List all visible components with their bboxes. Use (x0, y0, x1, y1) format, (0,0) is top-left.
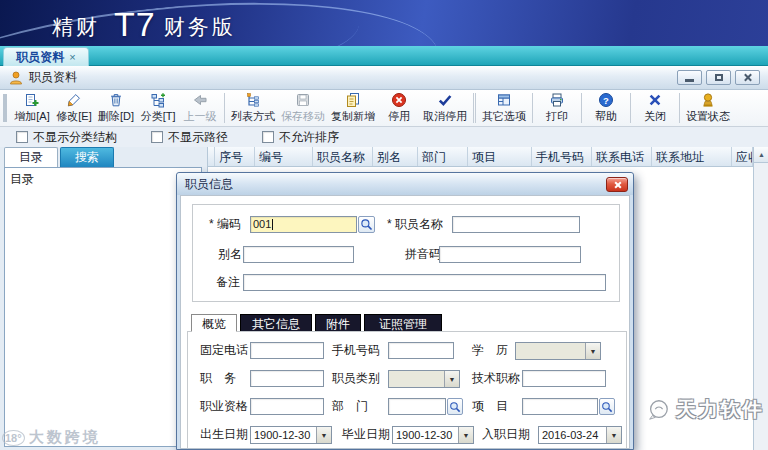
tab-other-info[interactable]: 其它信息 (240, 314, 312, 332)
name-input[interactable] (452, 216, 580, 233)
phone-input[interactable] (250, 342, 324, 359)
project-input[interactable] (522, 398, 598, 415)
code-lookup-button[interactable] (358, 216, 375, 233)
help-icon: ? (598, 92, 614, 108)
column-header-dept[interactable]: 部门 (418, 147, 468, 166)
code-label: * 编码 (209, 216, 241, 233)
brand-name: 精财 (52, 13, 100, 41)
copy-new-button[interactable]: 复制新增 (328, 91, 378, 125)
checkbox[interactable] (16, 131, 28, 143)
cancel-stop-button[interactable]: 取消停用 (420, 91, 470, 125)
up-level-button[interactable]: 上一级 (179, 91, 221, 125)
document-tabstrip: 职员资料 × (0, 46, 768, 66)
column-header-seq[interactable]: 序号 (215, 147, 255, 166)
tab-employee-data[interactable]: 职员资料 × (3, 47, 89, 66)
toolbar-grip[interactable] (3, 94, 7, 122)
save-move-button[interactable]: 保存移动 (278, 91, 328, 125)
department-input[interactable] (388, 398, 446, 415)
help-button[interactable]: ? 帮助 (585, 91, 627, 125)
phone-label: 固定电话 (200, 342, 248, 359)
code-input[interactable]: 001 (250, 216, 357, 233)
dropdown-button[interactable]: ▼ (458, 427, 473, 443)
birth-date-combo[interactable]: 1900-12-30 ▼ (250, 426, 332, 444)
category-dropdown[interactable]: ▼ (388, 370, 460, 388)
column-header-phone[interactable]: 联系电话 (592, 147, 652, 166)
stop-button[interactable]: 停用 (378, 91, 420, 125)
edit-button[interactable]: 修改[E] (53, 91, 95, 125)
alias-input[interactable] (243, 246, 354, 263)
filter-hide-category-structure[interactable]: 不显示分类结构 (16, 129, 117, 146)
options-icon (496, 92, 512, 108)
catalog-tabs: 目录 搜索 (4, 147, 204, 167)
chevron-down-icon: ▼ (611, 432, 618, 439)
project-lookup-button[interactable] (599, 398, 615, 415)
category-button[interactable]: 分类[T] (137, 91, 179, 125)
dialog-close-button[interactable] (606, 177, 628, 192)
add-icon (24, 92, 40, 108)
department-lookup-button[interactable] (447, 398, 463, 415)
column-header-project[interactable]: 项目 (468, 147, 532, 166)
catalog-tree[interactable]: 目录 (4, 167, 202, 447)
column-header-code[interactable]: 编号 (255, 147, 313, 166)
watermark-left: 18° 大数跨境 (2, 428, 101, 447)
birth-date-value: 1900-12-30 (251, 427, 316, 443)
checkbox[interactable] (262, 131, 274, 143)
tab-catalog[interactable]: 目录 (4, 147, 58, 167)
qualification-input[interactable] (250, 398, 324, 415)
scroll-up-button[interactable]: ▲ (754, 147, 768, 163)
column-header-limit[interactable]: 应收上限 (732, 147, 753, 166)
hire-date-combo[interactable]: 2016-03-24 ▼ (538, 426, 622, 444)
up-level-icon (192, 92, 208, 108)
filter-no-sort[interactable]: 不允许排序 (262, 129, 339, 146)
checkbox-label: 不显示分类结构 (33, 129, 117, 146)
name-label: * 职员名称 (387, 216, 443, 233)
tab-certificates[interactable]: 证照管理 (364, 314, 442, 332)
other-options-button[interactable]: 其它选项 (479, 91, 529, 125)
close-button[interactable] (735, 70, 760, 85)
minimize-button[interactable] (677, 70, 702, 85)
pinyin-input[interactable] (439, 246, 581, 263)
magnifier-icon (360, 218, 373, 231)
maximize-button[interactable] (706, 70, 731, 85)
column-header-address[interactable]: 联系地址 (652, 147, 732, 166)
mobile-input[interactable] (388, 342, 454, 359)
note-label: 备注 (216, 274, 240, 291)
hire-date-label: 入职日期 (482, 426, 530, 443)
employee-info-dialog: 职员信息 * 编码 001 * 职员名称 别名 拼音码 备注 概览 其它信息 附… (176, 172, 634, 450)
education-dropdown[interactable]: ▼ (515, 342, 601, 360)
column-header-blank[interactable] (208, 147, 215, 166)
list-mode-button[interactable]: 列表方式 (228, 91, 278, 125)
print-button[interactable]: 打印 (536, 91, 578, 125)
column-header-alias[interactable]: 别名 (373, 147, 418, 166)
add-button[interactable]: 增加[A] (11, 91, 53, 125)
filter-hide-path[interactable]: 不显示路径 (151, 129, 228, 146)
delete-button[interactable]: 删除[D] (95, 91, 137, 125)
birth-date-label: 出生日期 (200, 426, 248, 443)
pinyin-label: 拼音码 (405, 246, 441, 263)
dropdown-button[interactable]: ▼ (585, 343, 600, 359)
dropdown-button[interactable]: ▼ (444, 371, 459, 387)
job-label: 职 务 (200, 370, 236, 387)
dropdown-button[interactable]: ▼ (316, 427, 331, 443)
dropdown-button[interactable]: ▼ (606, 427, 621, 443)
tab-close-icon[interactable]: × (69, 51, 75, 63)
tech-title-input[interactable] (522, 370, 606, 387)
toolbar-separator (473, 93, 476, 123)
column-header-mobile[interactable]: 手机号码 (532, 147, 592, 166)
dialog-titlebar[interactable]: 职员信息 (177, 173, 633, 195)
graduation-date-label: 毕业日期 (342, 426, 390, 443)
tab-overview[interactable]: 概览 (191, 314, 237, 332)
tab-attachments[interactable]: 附件 (315, 314, 361, 332)
checkbox[interactable] (151, 131, 163, 143)
column-header-name[interactable]: 职员名称 (313, 147, 373, 166)
project-label: 项 目 (472, 398, 508, 415)
note-input[interactable] (243, 274, 606, 291)
tree-root-item[interactable]: 目录 (10, 171, 196, 188)
tab-search[interactable]: 搜索 (60, 147, 114, 167)
set-status-button[interactable]: 设置状态 (683, 91, 733, 125)
edit-icon (66, 92, 82, 108)
graduation-date-combo[interactable]: 1900-12-30 ▼ (392, 426, 474, 444)
scroll-up-icon: ▲ (758, 151, 765, 158)
job-input[interactable] (250, 370, 324, 387)
close-window-button[interactable]: 关闭 (634, 91, 676, 125)
